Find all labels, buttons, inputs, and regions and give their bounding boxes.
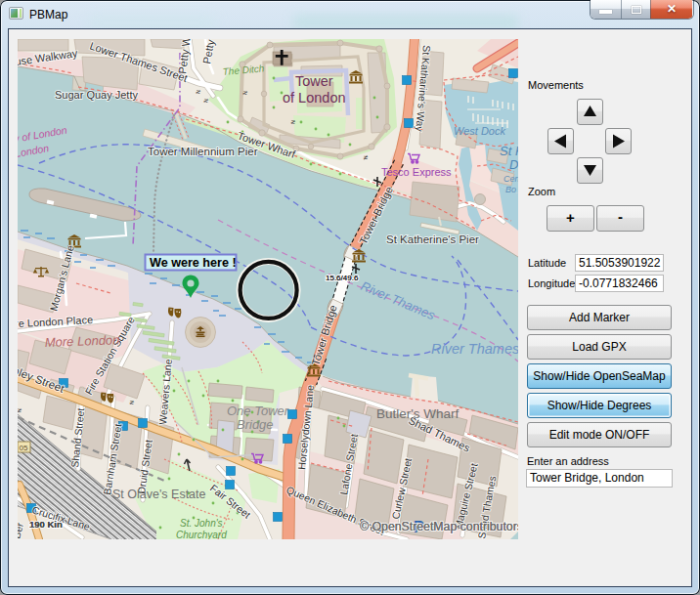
svg-text:of London: of London	[283, 90, 346, 106]
svg-text:05: 05	[20, 444, 28, 452]
svg-text:Churchyard: Churchyard	[176, 530, 227, 539]
svg-text:More London: More London	[45, 332, 120, 350]
svg-text:Cen: Cen	[503, 174, 518, 184]
svg-text:We were here !: We were here !	[150, 256, 237, 270]
svg-text:Bridge: Bridge	[237, 417, 274, 432]
svg-text:Sugar Quay Jetty: Sugar Quay Jetty	[55, 89, 138, 101]
svg-text:One Tower: One Tower	[227, 404, 289, 418]
svg-text:St. John's: St. John's	[180, 518, 223, 529]
svg-text:Bo: Bo	[505, 185, 516, 194]
svg-text:River Thames: River Thames	[431, 341, 518, 357]
svg-text:Do: Do	[509, 157, 518, 172]
svg-text:Tower: Tower	[295, 73, 333, 89]
svg-text:Butler's Wharf: Butler's Wharf	[376, 406, 459, 421]
svg-text:© OpenStreetMap contributors: © OpenStreetMap contributors	[360, 520, 518, 533]
svg-text:West Dock: West Dock	[454, 125, 505, 137]
svg-text:15.6/49.6: 15.6/49.6	[326, 274, 359, 282]
svg-text:St Ka: St Ka	[500, 144, 518, 158]
svg-text:Tesco Express: Tesco Express	[381, 166, 452, 178]
svg-text:190 Kin: 190 Kin	[29, 519, 63, 530]
svg-text:St Katherine's Pier: St Katherine's Pier	[386, 234, 479, 245]
svg-text:Tower Millennium Pier: Tower Millennium Pier	[148, 146, 258, 157]
svg-text:St Olave's Estate: St Olave's Estate	[112, 488, 206, 501]
